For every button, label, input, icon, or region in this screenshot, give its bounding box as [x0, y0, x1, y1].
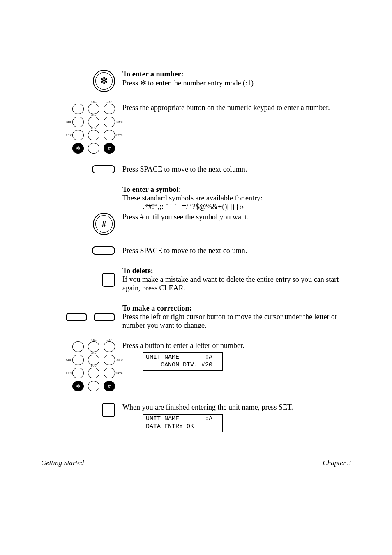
footer-left: Getting Started	[41, 459, 84, 467]
space-key-icon-2	[92, 246, 115, 255]
symbol-heading: To enter a symbol:	[122, 185, 181, 193]
section-symbol-hash: # Press # until you see the symbol you w…	[41, 213, 351, 235]
number-step3: Press SPACE to move to the next column.	[122, 165, 247, 173]
correction-step2: Press a button to enter a letter or numb…	[122, 341, 244, 350]
star-key-icon: ✻	[93, 70, 115, 92]
section-space-number: Press SPACE to move to the next column.	[41, 165, 351, 174]
number-step2: Press the appropriate button on the nume…	[122, 104, 330, 112]
lcd-display-2: UNIT NAME :A DATA ENTRY OK	[143, 414, 223, 432]
correction-heading: To make a correction:	[122, 304, 191, 312]
symbol-intro: These standard symbols are available for…	[122, 194, 263, 202]
section-number: ✻ To enter a number: Press ✻ to enter th…	[41, 70, 351, 92]
page-footer: Getting Started Chapter 3	[41, 457, 351, 467]
section-correction-cursor: To make a correction: Press the left or …	[41, 304, 351, 330]
symbol-step2: Press SPACE to move to the next column.	[122, 246, 247, 255]
lcd-display-1: UNIT NAME :A CANON DIV. #20	[143, 352, 223, 371]
correction-step1: Press the left or right cursor button to…	[122, 313, 337, 329]
number-step1: Press ✻ to enter the number entry mode (…	[122, 79, 254, 87]
hash-key-icon: #	[93, 213, 115, 235]
cursor-keys-icon	[66, 313, 115, 321]
section-keypad-number: ABC DEF GHI JKL MNO PQRS TUV WXYZ ✻ # Pr…	[41, 104, 351, 154]
clear-key-icon	[102, 273, 115, 287]
section-correction-keypad: ABC DEF GHI JKL MNO PQRS TUV WXYZ ✻ # Pr…	[41, 341, 351, 391]
symbol-step1: Press # until you see the symbol you wan…	[122, 213, 249, 221]
correction-step3: When you are finished entering the unit …	[122, 403, 293, 411]
symbol-list: –.*#!“,;: ˆ ´ ` _=/|’?$@%&+()[]{}‹›	[122, 203, 244, 211]
keypad-icon: ABC DEF GHI JKL MNO PQRS TUV WXYZ ✻ #	[72, 104, 115, 154]
section-symbol-intro: To enter a symbol: These standard symbol…	[41, 185, 351, 211]
section-space-symbol: Press SPACE to move to the next column.	[41, 246, 351, 255]
delete-text: If you make a mistake and want to delete…	[122, 275, 339, 292]
set-key-icon	[102, 403, 115, 417]
space-key-icon	[92, 165, 115, 173]
delete-heading: To delete:	[122, 267, 153, 275]
number-heading: To enter a number:	[122, 70, 184, 78]
page-content: ✻ To enter a number: Press ✻ to enter th…	[0, 0, 392, 492]
section-delete: To delete: If you make a mistake and wan…	[41, 267, 351, 292]
section-correction-set: When you are finished entering the unit …	[41, 403, 351, 432]
keypad-icon-2: ABC DEF GHI JKL MNO PQRS TUV WXYZ ✻ #	[72, 341, 115, 391]
footer-right: Chapter 3	[323, 459, 351, 467]
